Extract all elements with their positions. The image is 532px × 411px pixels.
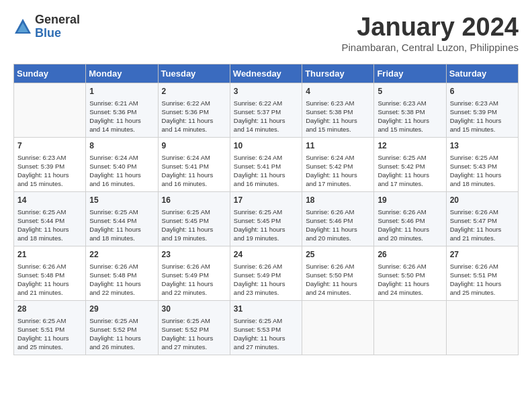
day-number: 24 bbox=[234, 249, 298, 261]
day-info: Sunrise: 6:25 AM Sunset: 5:45 PM Dayligh… bbox=[234, 208, 298, 243]
day-info: Sunrise: 6:25 AM Sunset: 5:44 PM Dayligh… bbox=[17, 208, 82, 243]
calendar-cell: 28Sunrise: 6:25 AM Sunset: 5:51 PM Dayli… bbox=[14, 300, 86, 355]
calendar-week-row: 14Sunrise: 6:25 AM Sunset: 5:44 PM Dayli… bbox=[14, 191, 519, 246]
weekday-header: Monday bbox=[86, 64, 158, 83]
calendar-cell bbox=[302, 300, 374, 355]
location: Pinambaran, Central Luzon, Philippines bbox=[342, 42, 519, 53]
day-info: Sunrise: 6:25 AM Sunset: 5:53 PM Dayligh… bbox=[234, 316, 298, 352]
day-info: Sunrise: 6:23 AM Sunset: 5:39 PM Dayligh… bbox=[450, 99, 515, 134]
day-number: 23 bbox=[162, 249, 226, 261]
calendar-cell: 12Sunrise: 6:25 AM Sunset: 5:42 PM Dayli… bbox=[374, 137, 446, 191]
calendar-week-row: 28Sunrise: 6:25 AM Sunset: 5:51 PM Dayli… bbox=[14, 300, 519, 355]
calendar-cell: 9Sunrise: 6:24 AM Sunset: 5:41 PM Daylig… bbox=[158, 137, 230, 191]
day-number: 29 bbox=[89, 304, 154, 315]
calendar-cell: 1Sunrise: 6:21 AM Sunset: 5:36 PM Daylig… bbox=[86, 83, 158, 137]
day-number: 17 bbox=[234, 195, 298, 206]
day-info: Sunrise: 6:24 AM Sunset: 5:41 PM Dayligh… bbox=[234, 153, 298, 189]
day-info: Sunrise: 6:26 AM Sunset: 5:49 PM Dayligh… bbox=[162, 262, 226, 298]
day-info: Sunrise: 6:26 AM Sunset: 5:48 PM Dayligh… bbox=[89, 262, 154, 298]
day-info: Sunrise: 6:22 AM Sunset: 5:37 PM Dayligh… bbox=[234, 99, 298, 134]
day-number: 28 bbox=[17, 304, 82, 315]
day-number: 30 bbox=[162, 304, 226, 315]
weekday-header: Wednesday bbox=[230, 64, 302, 83]
calendar-week-row: 7Sunrise: 6:23 AM Sunset: 5:39 PM Daylig… bbox=[14, 137, 519, 191]
calendar-cell bbox=[446, 300, 518, 355]
day-info: Sunrise: 6:22 AM Sunset: 5:36 PM Dayligh… bbox=[162, 99, 226, 134]
day-number: 8 bbox=[89, 140, 154, 152]
page-header: General Blue January 2024 Pinambaran, Ce… bbox=[13, 13, 519, 53]
day-number: 2 bbox=[162, 86, 226, 97]
day-number: 11 bbox=[306, 140, 370, 152]
calendar-cell: 8Sunrise: 6:24 AM Sunset: 5:40 PM Daylig… bbox=[86, 137, 158, 191]
day-number: 22 bbox=[89, 249, 154, 261]
day-info: Sunrise: 6:26 AM Sunset: 5:50 PM Dayligh… bbox=[378, 262, 442, 298]
day-info: Sunrise: 6:23 AM Sunset: 5:39 PM Dayligh… bbox=[17, 153, 82, 189]
day-info: Sunrise: 6:26 AM Sunset: 5:51 PM Dayligh… bbox=[450, 262, 515, 298]
calendar-cell: 31Sunrise: 6:25 AM Sunset: 5:53 PM Dayli… bbox=[230, 300, 302, 355]
logo-general: General bbox=[35, 13, 80, 27]
weekday-header: Saturday bbox=[446, 64, 518, 83]
calendar-cell: 24Sunrise: 6:26 AM Sunset: 5:49 PM Dayli… bbox=[230, 246, 302, 300]
day-info: Sunrise: 6:26 AM Sunset: 5:48 PM Dayligh… bbox=[17, 262, 82, 298]
calendar-week-row: 1Sunrise: 6:21 AM Sunset: 5:36 PM Daylig… bbox=[14, 83, 519, 137]
calendar-cell: 15Sunrise: 6:25 AM Sunset: 5:44 PM Dayli… bbox=[86, 191, 158, 246]
calendar-cell: 21Sunrise: 6:26 AM Sunset: 5:48 PM Dayli… bbox=[14, 246, 86, 300]
day-info: Sunrise: 6:26 AM Sunset: 5:47 PM Dayligh… bbox=[450, 208, 515, 243]
calendar-header-row: SundayMondayTuesdayWednesdayThursdayFrid… bbox=[14, 64, 519, 83]
weekday-header: Tuesday bbox=[158, 64, 230, 83]
day-info: Sunrise: 6:23 AM Sunset: 5:38 PM Dayligh… bbox=[306, 99, 370, 134]
logo-icon bbox=[13, 17, 32, 36]
month-title: January 2024 bbox=[342, 13, 519, 42]
day-number: 16 bbox=[162, 195, 226, 206]
day-number: 31 bbox=[234, 304, 298, 315]
day-number: 9 bbox=[162, 140, 226, 152]
calendar-cell: 14Sunrise: 6:25 AM Sunset: 5:44 PM Dayli… bbox=[14, 191, 86, 246]
day-info: Sunrise: 6:26 AM Sunset: 5:46 PM Dayligh… bbox=[378, 208, 442, 243]
calendar-cell: 4Sunrise: 6:23 AM Sunset: 5:38 PM Daylig… bbox=[302, 83, 374, 137]
calendar-cell: 19Sunrise: 6:26 AM Sunset: 5:46 PM Dayli… bbox=[374, 191, 446, 246]
calendar-cell: 16Sunrise: 6:25 AM Sunset: 5:45 PM Dayli… bbox=[158, 191, 230, 246]
day-info: Sunrise: 6:21 AM Sunset: 5:36 PM Dayligh… bbox=[89, 99, 154, 134]
day-number: 3 bbox=[234, 86, 298, 97]
logo: General Blue bbox=[13, 13, 80, 40]
day-info: Sunrise: 6:25 AM Sunset: 5:43 PM Dayligh… bbox=[450, 153, 515, 189]
calendar-cell: 27Sunrise: 6:26 AM Sunset: 5:51 PM Dayli… bbox=[446, 246, 518, 300]
day-number: 12 bbox=[378, 140, 442, 152]
calendar-cell: 26Sunrise: 6:26 AM Sunset: 5:50 PM Dayli… bbox=[374, 246, 446, 300]
logo-blue: Blue bbox=[35, 27, 80, 40]
day-info: Sunrise: 6:23 AM Sunset: 5:38 PM Dayligh… bbox=[378, 99, 442, 134]
calendar-cell: 18Sunrise: 6:26 AM Sunset: 5:46 PM Dayli… bbox=[302, 191, 374, 246]
day-info: Sunrise: 6:25 AM Sunset: 5:51 PM Dayligh… bbox=[17, 316, 82, 352]
day-info: Sunrise: 6:24 AM Sunset: 5:41 PM Dayligh… bbox=[162, 153, 226, 189]
calendar-table: SundayMondayTuesdayWednesdayThursdayFrid… bbox=[13, 64, 519, 355]
day-info: Sunrise: 6:24 AM Sunset: 5:42 PM Dayligh… bbox=[306, 153, 370, 189]
day-number: 14 bbox=[17, 195, 82, 206]
calendar-cell: 25Sunrise: 6:26 AM Sunset: 5:50 PM Dayli… bbox=[302, 246, 374, 300]
day-number: 27 bbox=[450, 249, 515, 261]
day-info: Sunrise: 6:25 AM Sunset: 5:52 PM Dayligh… bbox=[89, 316, 154, 352]
calendar-cell: 2Sunrise: 6:22 AM Sunset: 5:36 PM Daylig… bbox=[158, 83, 230, 137]
calendar-cell: 22Sunrise: 6:26 AM Sunset: 5:48 PM Dayli… bbox=[86, 246, 158, 300]
calendar-cell: 17Sunrise: 6:25 AM Sunset: 5:45 PM Dayli… bbox=[230, 191, 302, 246]
day-info: Sunrise: 6:26 AM Sunset: 5:50 PM Dayligh… bbox=[306, 262, 370, 298]
day-number: 19 bbox=[378, 195, 442, 206]
day-info: Sunrise: 6:25 AM Sunset: 5:42 PM Dayligh… bbox=[378, 153, 442, 189]
day-number: 1 bbox=[89, 86, 154, 97]
day-number: 25 bbox=[306, 249, 370, 261]
calendar-cell: 23Sunrise: 6:26 AM Sunset: 5:49 PM Dayli… bbox=[158, 246, 230, 300]
day-info: Sunrise: 6:25 AM Sunset: 5:52 PM Dayligh… bbox=[162, 316, 226, 352]
day-number: 7 bbox=[17, 140, 82, 152]
day-number: 13 bbox=[450, 140, 515, 152]
day-number: 20 bbox=[450, 195, 515, 206]
weekday-header: Sunday bbox=[14, 64, 86, 83]
day-info: Sunrise: 6:24 AM Sunset: 5:40 PM Dayligh… bbox=[89, 153, 154, 189]
calendar-cell: 5Sunrise: 6:23 AM Sunset: 5:38 PM Daylig… bbox=[374, 83, 446, 137]
calendar-cell: 7Sunrise: 6:23 AM Sunset: 5:39 PM Daylig… bbox=[14, 137, 86, 191]
calendar-cell bbox=[374, 300, 446, 355]
day-number: 18 bbox=[306, 195, 370, 206]
calendar-cell bbox=[14, 83, 86, 137]
day-number: 4 bbox=[306, 86, 370, 97]
day-number: 5 bbox=[378, 86, 442, 97]
calendar-cell: 10Sunrise: 6:24 AM Sunset: 5:41 PM Dayli… bbox=[230, 137, 302, 191]
calendar-cell: 29Sunrise: 6:25 AM Sunset: 5:52 PM Dayli… bbox=[86, 300, 158, 355]
